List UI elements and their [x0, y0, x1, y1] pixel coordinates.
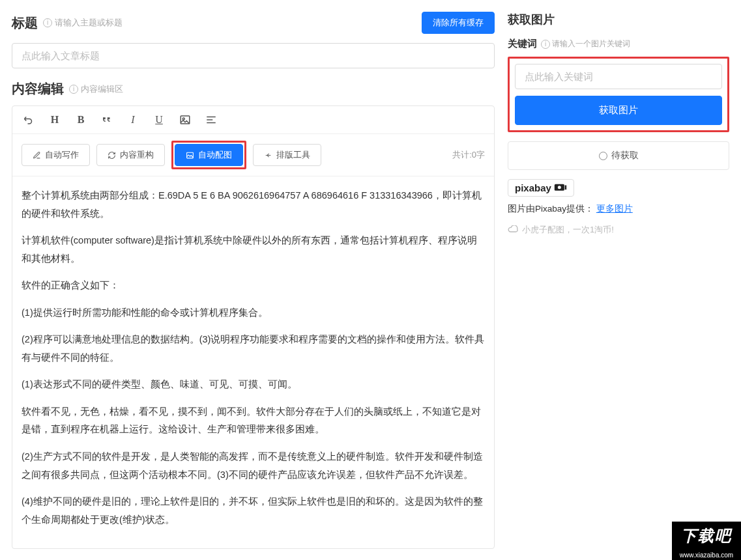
- restructure-button[interactable]: 内容重构: [96, 144, 165, 166]
- align-icon[interactable]: [204, 113, 218, 127]
- keyword-label: 关键词: [508, 38, 537, 50]
- info-icon: i: [541, 40, 550, 49]
- get-image-button[interactable]: 获取图片: [515, 96, 722, 125]
- content-paragraph: (4)维护不同的硬件是旧的，理论上软件是旧的，并不坏，但实际上软件也是旧的和坏的…: [22, 493, 485, 529]
- action-toolbar: 自动写作 内容重构 自动配图 排版工具: [12, 134, 494, 176]
- title-section-header: 标题 i 请输入主题或标题 清除所有缓存: [12, 12, 495, 34]
- keyword-hint-wrap: i 请输入一个图片关键词: [541, 38, 630, 49]
- svg-rect-8: [565, 186, 567, 190]
- get-image-heading: 获取图片: [508, 12, 729, 27]
- pixabay-badge: pixabay: [508, 179, 574, 197]
- camera-icon: [554, 182, 567, 193]
- heading-button[interactable]: H: [48, 113, 62, 127]
- more-images-link[interactable]: 更多图片: [596, 204, 633, 214]
- content-paragraph: (1)提供运行时所需功能和性能的命令或计算机程序集合。: [22, 304, 485, 322]
- svg-point-1: [182, 118, 184, 120]
- article-title-input[interactable]: [12, 43, 495, 68]
- title-hint: 请输入主题或标题: [55, 17, 123, 29]
- content-paragraph: 计算机软件(computer software)是指计算机系统中除硬件以外的所有…: [22, 232, 485, 268]
- char-count: 共计:0字: [452, 149, 485, 161]
- auto-image-highlight: 自动配图: [171, 141, 246, 169]
- info-icon: i: [43, 18, 52, 27]
- editor-content[interactable]: 整个计算机系统由两部分组成：E.69DA 5 E 6 BA 9062616964…: [12, 176, 494, 548]
- footer-note: 小虎子配图，一次1淘币!: [508, 224, 729, 236]
- pending-label: 待获取: [611, 150, 639, 161]
- undo-icon[interactable]: [22, 113, 36, 127]
- title-label: 标题: [12, 14, 38, 32]
- layout-tool-button[interactable]: 排版工具: [253, 144, 321, 166]
- italic-button[interactable]: I: [126, 113, 140, 127]
- pending-icon: [599, 152, 607, 160]
- title-hint-wrap: i 请输入主题或标题: [43, 17, 123, 29]
- content-paragraph: (2)程序可以满意地处理信息的数据结构。(3)说明程序功能要求和程序需要的文档的…: [22, 331, 485, 367]
- underline-button[interactable]: U: [152, 113, 166, 127]
- svg-point-7: [558, 186, 561, 189]
- content-paragraph: (1)表达形式不同的硬件类型、颜色、味道、可见、可摸、可闻。: [22, 376, 485, 394]
- content-paragraph: 软件的正确含义如下：: [22, 277, 485, 295]
- editor-label: 内容编辑: [12, 80, 64, 98]
- format-toolbar: H B I U: [12, 106, 494, 134]
- pixabay-brand: pixabay: [515, 182, 551, 193]
- pending-status: 待获取: [508, 141, 729, 170]
- content-paragraph: 软件看不见，无色，枯燥，看不见，摸不到，闻不到。软件大部分存在于人们的头脑或纸上…: [22, 403, 485, 439]
- editor-hint: 内容编辑区: [81, 83, 123, 95]
- auto-image-button[interactable]: 自动配图: [175, 144, 243, 166]
- image-credit: 图片由Pixabay提供： 更多图片: [508, 203, 729, 215]
- keyword-hint: 请输入一个图片关键词: [552, 39, 630, 48]
- auto-write-button[interactable]: 自动写作: [22, 144, 90, 166]
- keyword-input-highlight: 获取图片: [508, 57, 729, 132]
- editor-container: H B I U 自动写作: [12, 105, 495, 549]
- keyword-label-row: 关键词 i 请输入一个图片关键词: [508, 38, 729, 50]
- bold-button[interactable]: B: [74, 113, 88, 127]
- keyword-input[interactable]: [515, 64, 722, 89]
- quote-button[interactable]: [100, 113, 114, 127]
- content-paragraph: (2)生产方式不同的软件是开发，是人类智能的高发挥，而不是传统意义上的硬件制造。…: [22, 448, 485, 484]
- editor-hint-wrap: i 内容编辑区: [69, 83, 123, 95]
- info-icon: i: [69, 85, 78, 94]
- image-icon[interactable]: [178, 113, 192, 127]
- clear-cache-button[interactable]: 清除所有缓存: [422, 12, 495, 34]
- cloud-icon: [508, 225, 518, 235]
- content-paragraph: 整个计算机系统由两部分组成：E.69DA 5 E 6 BA 9062616964…: [22, 187, 485, 223]
